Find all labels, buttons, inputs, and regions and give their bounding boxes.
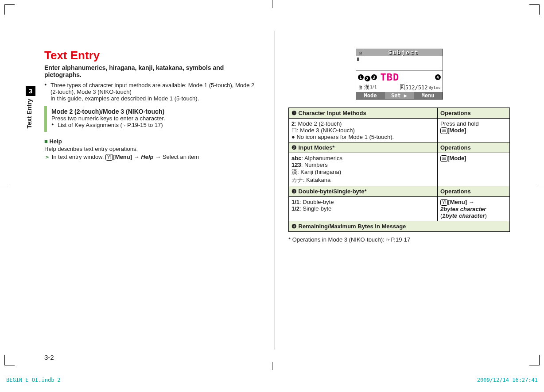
page-glyph-icon: 🗎 xyxy=(358,85,363,91)
mail-icon: ✉ xyxy=(356,50,365,56)
th-input-modes: ❷ Input Modes* xyxy=(289,142,438,153)
cell-input-methods: 2: Mode 2 (2-touch) ☐: Mode 3 (NIKO-touc… xyxy=(289,119,438,142)
softkey-menu: Menu xyxy=(414,92,443,99)
callout-line1: Press two numeric keys to enter a charac… xyxy=(51,115,261,122)
byte-counter: 512/512 xyxy=(405,85,428,91)
help-section: ■ Help Help describes text entry operati… xyxy=(44,138,261,161)
help-step: ＞ In text entry window, Y![Menu] → Help … xyxy=(44,153,261,161)
imprint-footer: BEGIN_E_OI.indb 2 2009/12/14 16:27:41 xyxy=(6,377,538,383)
byte-unit: Bytes xyxy=(428,85,440,90)
phone-title: Subject xyxy=(365,49,443,56)
cell-input-modes-op: ✉[Mode] xyxy=(438,153,510,186)
callout-2-icon: 2 xyxy=(365,76,370,81)
th-operations-2: Operations xyxy=(438,142,510,153)
cell-byte-mode: 1/1: Double-byte 1/2: Single-byte xyxy=(289,197,438,221)
th-byte-mode: ❸ Double-byte/Single-byte* xyxy=(289,186,438,197)
th-input-methods: ❶ Character Input Methods xyxy=(289,108,438,119)
y-softkey-icon: Y! xyxy=(105,154,113,161)
th-operations-3: Operations xyxy=(438,186,510,197)
softkey-mode: Mode xyxy=(356,92,385,99)
callout-1-icon: 1 xyxy=(358,74,364,80)
th-remaining-bytes: ❹ Remaining/Maximum Bytes in Message xyxy=(289,221,510,232)
footnote: * Operations in Mode 3 (NIKO-touch): P.1… xyxy=(288,236,510,243)
cell-byte-mode-op: Y![Menu] → 2bytes character (1byte chara… xyxy=(438,197,510,221)
mail-softkey-icon: ✉ xyxy=(440,127,447,134)
callout-3-icon: 3 xyxy=(371,74,377,80)
help-desc: Help describes text entry operations. xyxy=(44,146,261,152)
page-ref-icon xyxy=(122,122,127,128)
callout-4-icon: 4 xyxy=(435,74,441,80)
cursor-icon xyxy=(357,58,359,61)
callout-heading: Mode 2 (2-touch)/Mode 3 (NIKO-touch) xyxy=(51,108,261,115)
mail-softkey-icon-2: ✉ xyxy=(440,155,447,162)
cell-input-modes: abc: Alphanumerics 123: Numbers 漢: Kanji… xyxy=(289,153,438,186)
cell-input-methods-op: Press and hold ✉[Mode] xyxy=(438,119,510,142)
imprint-file: BEGIN_E_OI.indb 2 xyxy=(6,377,61,383)
callout-line2: List of Key Assignments (P.19-15 to 17) xyxy=(51,122,261,128)
page-ref-icon-2 xyxy=(386,236,391,243)
y-softkey-icon-2: Y! xyxy=(440,199,448,206)
help-heading: Help xyxy=(49,138,62,145)
kanji-mode-indicator: 漢 xyxy=(364,84,369,91)
indicator-table: ❶ Character Input Methods Operations 2: … xyxy=(288,108,510,232)
imprint-timestamp: 2009/12/14 16:27:41 xyxy=(477,377,538,383)
r-icon: R xyxy=(400,85,404,90)
left-column: Text Entry Enter alphanumerics, hiragana… xyxy=(27,31,261,350)
page-title: Text Entry xyxy=(44,49,261,62)
byte-mode-indicator: 1/1 xyxy=(370,85,377,89)
lede-text: Enter alphanumerics, hiragana, kanji, ka… xyxy=(44,64,261,78)
softkey-set: Set ▶ xyxy=(385,92,414,99)
phone-screen-mock: ✉ Subject 1 2 3 TBD 4 🗎 漢 1/1 xyxy=(356,49,443,100)
tbd-label: TBD xyxy=(381,72,400,83)
th-operations: Operations xyxy=(438,108,510,119)
square-icon: ■ xyxy=(44,138,48,145)
page-number: 3-2 xyxy=(44,354,54,361)
mode2-mode3-callout: Mode 2 (2-touch)/Mode 3 (NIKO-touch) Pre… xyxy=(44,106,261,132)
right-column: ✉ Subject 1 2 3 TBD 4 🗎 漢 1/1 xyxy=(288,31,510,350)
bullet-input-methods: Three types of character input methods a… xyxy=(44,82,261,102)
